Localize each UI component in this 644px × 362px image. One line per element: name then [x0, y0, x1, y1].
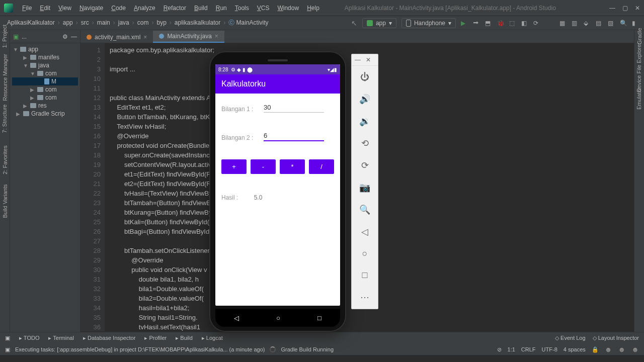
bottom-tool-build[interactable]: ▸ Build	[176, 335, 193, 341]
settings-gear-icon[interactable]: ⚙	[62, 33, 68, 40]
run-icon[interactable]: ▶	[461, 20, 468, 27]
menu-help[interactable]: Help	[303, 4, 324, 13]
tool-emulator-tab[interactable]: Emulator	[636, 87, 642, 110]
emulator-screen[interactable]: 8:28 ⚙ ◆ ▮ ⬤ ▾◢▮ Kalkulatorku Bilangan 1…	[215, 64, 340, 306]
indent-setting[interactable]: 4 spaces	[564, 346, 586, 352]
tool-resource-manager-tab[interactable]: Resource Manager	[2, 54, 8, 101]
menu-build[interactable]: Build	[190, 4, 212, 13]
resource-icon[interactable]: ⬙	[584, 20, 591, 27]
tool5-icon[interactable]: ▧	[608, 20, 615, 27]
menu-view[interactable]: View	[54, 4, 75, 13]
layout-icon[interactable]: ▤	[596, 20, 603, 27]
menu-vcs[interactable]: VCS	[253, 4, 274, 13]
search-icon[interactable]: 🔍	[620, 20, 627, 27]
emulator-power-button[interactable]: ⏻	[360, 72, 369, 82]
tree-item[interactable]: M	[12, 77, 78, 85]
sync-icon[interactable]: ⟳	[533, 20, 540, 27]
profile-icon[interactable]: 🐞	[497, 20, 504, 27]
tool-favorites-tab[interactable]: 2: Favorites	[2, 145, 8, 174]
breadcrumb-item[interactable]: java	[116, 19, 131, 26]
readonly-lock-icon[interactable]: 🔒	[592, 346, 599, 353]
menu-refactor[interactable]: Refactor	[159, 4, 190, 13]
close-button[interactable]: ✕	[635, 5, 640, 12]
tree-item[interactable]: ▶ res	[12, 102, 78, 110]
tree-root[interactable]: ▼ app	[12, 45, 78, 53]
stop-icon[interactable]: ◧	[521, 20, 528, 27]
breadcrumb-item[interactable]: main	[95, 19, 112, 26]
tree-item[interactable]: ▼ com	[12, 69, 78, 77]
emulator-close-button[interactable]: ✕	[366, 56, 371, 63]
coverage-icon[interactable]: ⬒	[485, 20, 492, 27]
editor-content[interactable]: package com.byp.aplikasikalkulator; impo…	[105, 43, 228, 331]
attach-icon[interactable]: ⬚	[509, 20, 516, 27]
menu-run[interactable]: Run	[212, 4, 231, 13]
inspections-face-icon[interactable]: ☻	[605, 345, 612, 353]
settings-icon[interactable]: ▮	[632, 20, 639, 27]
emulator-back-button[interactable]: ◁	[361, 226, 368, 237]
maximize-button[interactable]: ▢	[622, 5, 628, 12]
tool-project-tab[interactable]: 1: Project	[2, 25, 8, 48]
tree-item[interactable]: ▼ java	[12, 61, 78, 69]
menu-code[interactable]: Code	[107, 4, 130, 13]
bottom-tool-logcat[interactable]: ▸ Logcat	[202, 335, 223, 341]
tool-device-file-explorer-tab[interactable]: Device File Explorer	[636, 43, 642, 92]
device-dropdown[interactable]: Handphone ▾	[401, 18, 456, 28]
emulator-overview-button[interactable]: □	[362, 270, 368, 281]
menu-navigate[interactable]: Navigate	[75, 4, 107, 13]
editor-tab[interactable]: MainActivity.java×	[153, 31, 224, 43]
debug-icon[interactable]: ⮕	[473, 20, 480, 27]
input1-field[interactable]	[264, 103, 324, 113]
emulator-minimize-button[interactable]: —	[355, 56, 361, 63]
breadcrumb-item[interactable]: src	[79, 19, 91, 26]
tool-window-icon[interactable]: ▣	[5, 335, 10, 341]
emulator-rotate-left-button[interactable]: ⟲	[361, 138, 369, 149]
nav-recents-button[interactable]: □	[317, 314, 321, 322]
editor-tab[interactable]: activity_main.xml×	[80, 32, 153, 43]
menu-tools[interactable]: Tools	[231, 4, 253, 13]
nav-home-button[interactable]: ○	[276, 314, 280, 322]
breadcrumb-item[interactable]: MainActivity	[234, 19, 271, 26]
tree-item[interactable]: ▶ com	[12, 94, 78, 102]
sdk-icon[interactable]: ▥	[572, 20, 579, 27]
bottom-tool-terminal[interactable]: ▸ Terminal	[48, 335, 73, 341]
nav-back-button[interactable]: ◁	[234, 314, 239, 322]
breadcrumb-item[interactable]: aplikasikalkulator	[173, 19, 222, 26]
breadcrumb-item[interactable]: com	[135, 19, 151, 26]
calc-button-divide[interactable]: /	[309, 159, 334, 174]
emulator-rotate-right-button[interactable]: ⟳	[361, 160, 369, 171]
input2-field[interactable]	[264, 131, 324, 141]
tree-item[interactable]: ▶ manifes	[12, 53, 78, 61]
project-tree[interactable]: ▼ app▶ manifes▼ java▼ com M▶ com▶ com▶ r…	[10, 43, 80, 120]
bottom-tool-todo[interactable]: ▸ TODO	[19, 335, 39, 341]
bottom-tool-database-inspector[interactable]: ▸ Database Inspector	[83, 335, 135, 341]
power-save-face-icon[interactable]: ☻	[631, 345, 639, 353]
menu-analyze[interactable]: Analyze	[130, 4, 159, 13]
tree-item[interactable]: ▶ Gradle Scrip	[12, 110, 78, 118]
collapse-icon[interactable]: —	[71, 33, 77, 40]
tool-build-variants-tab[interactable]: Build Variants	[2, 184, 8, 218]
run-config-dropdown[interactable]: app ▾	[362, 18, 396, 28]
tool-structure-tab[interactable]: 7: Structure	[2, 105, 8, 133]
calc-button-minus[interactable]: -	[251, 159, 276, 174]
avd-icon[interactable]: ▦	[559, 20, 567, 27]
breadcrumb-item[interactable]: app	[61, 19, 75, 26]
tool-gradle-tab[interactable]: Gradle	[636, 28, 642, 44]
bottom-tool-layout-inspector[interactable]: ◇ Layout Inspector	[593, 335, 639, 341]
emulator-screenshot-button[interactable]: 📷	[359, 182, 370, 193]
tree-item[interactable]: ▶ com	[12, 85, 78, 94]
calc-button-multiply[interactable]: *	[280, 159, 305, 174]
emulator-more-button[interactable]: ⋯	[360, 292, 369, 303]
emulator-zoom-button[interactable]: 🔍	[359, 204, 370, 215]
encoding[interactable]: UTF-8	[542, 346, 557, 352]
breadcrumb-item[interactable]: byp	[154, 19, 168, 26]
line-ending[interactable]: CRLF	[521, 346, 536, 352]
breadcrumb-item[interactable]: AplikasiKalkulator	[5, 19, 57, 26]
minimize-button[interactable]: —	[609, 5, 615, 12]
stop-process-icon[interactable]: ⊘	[497, 346, 502, 353]
nav-back-icon[interactable]: ↖	[351, 19, 357, 27]
emulator-volume-down-button[interactable]: 🔉	[359, 116, 370, 127]
memory-face-icon[interactable]: ☻	[618, 345, 626, 353]
emulator-home-button[interactable]: ○	[362, 248, 368, 259]
emulator-volume-up-button[interactable]: 🔊	[359, 94, 370, 105]
bottom-tool-profiler[interactable]: ▸ Profiler	[144, 335, 167, 341]
